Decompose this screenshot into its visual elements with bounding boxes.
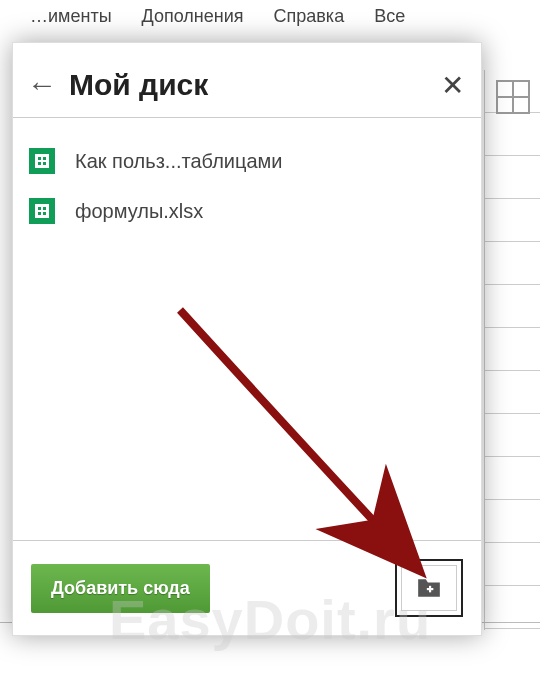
spreadsheet-icon	[29, 148, 55, 174]
menu-item: Дополнения	[142, 6, 244, 34]
dialog-title: Мой диск	[65, 68, 437, 102]
menu-item: Справка	[274, 6, 345, 34]
file-name: формулы.xlsx	[75, 200, 203, 223]
menu-item: Все	[374, 6, 405, 34]
spreadsheet-icon	[29, 198, 55, 224]
new-folder-highlight-box	[395, 559, 463, 617]
svg-rect-1	[429, 586, 431, 593]
menu-item: …именты	[30, 6, 112, 34]
file-name: Как польз...таблицами	[75, 150, 282, 173]
dialog-footer: Добавить сюда	[13, 540, 481, 635]
background-menu-bar: …именты Дополнения Справка Все	[0, 0, 540, 40]
add-here-button[interactable]: Добавить сюда	[31, 564, 210, 613]
background-spreadsheet-cells	[484, 70, 540, 630]
file-item[interactable]: Как польз...таблицами	[17, 136, 477, 186]
dialog-header: ← Мой диск ✕	[13, 43, 481, 117]
new-folder-icon	[416, 577, 442, 599]
grid-view-icon	[496, 80, 530, 114]
file-picker-dialog: ← Мой диск ✕ Как польз...таблицами форму…	[12, 42, 482, 636]
new-folder-button[interactable]	[401, 565, 457, 611]
file-item[interactable]: формулы.xlsx	[17, 186, 477, 236]
header-divider	[13, 117, 481, 118]
back-arrow-icon[interactable]: ←	[27, 68, 65, 102]
file-list: Как польз...таблицами формулы.xlsx	[13, 128, 481, 540]
close-icon[interactable]: ✕	[437, 69, 467, 102]
